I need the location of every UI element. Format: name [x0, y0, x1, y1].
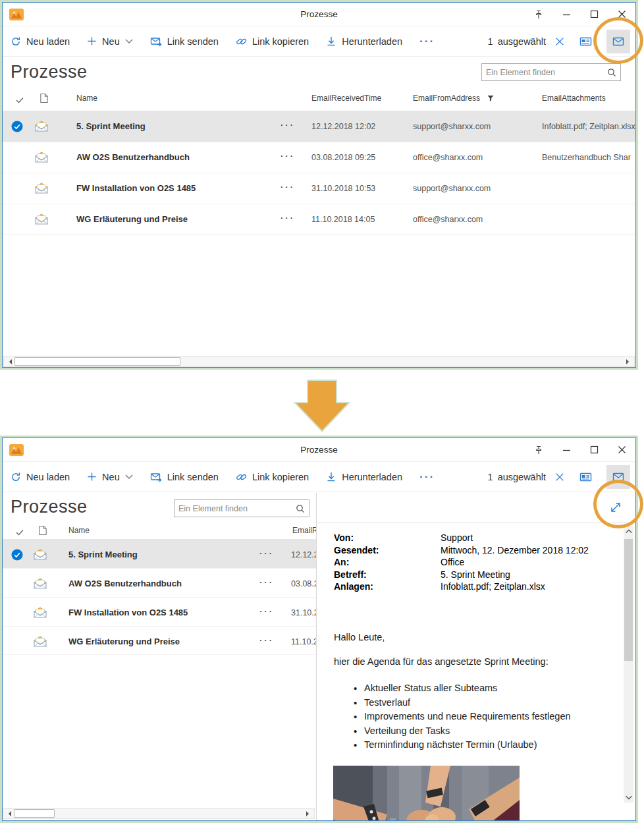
new-button[interactable]: Neu	[87, 36, 133, 47]
table-row[interactable]: 5. Sprint Meeting ··· 12.12.2018 12:02 s…	[3, 111, 635, 142]
minimize-icon	[562, 10, 571, 18]
copy-link-button[interactable]: Link kopieren	[236, 36, 309, 47]
reload-button[interactable]: Neu laden	[11, 36, 70, 47]
search-box	[174, 499, 309, 517]
search-input[interactable]	[174, 504, 296, 513]
row-more-button[interactable]: ···	[259, 635, 274, 645]
pin-icon	[533, 9, 544, 20]
details-pane-button[interactable]	[574, 30, 597, 53]
select-all-icon[interactable]	[16, 96, 24, 103]
column-received[interactable]: EmailReceivedTime	[292, 526, 317, 535]
more-commands-button[interactable]: ···	[419, 470, 435, 484]
column-received[interactable]: EmailReceivedTime	[311, 94, 381, 103]
clear-selection-button[interactable]	[555, 37, 564, 46]
clear-selection-button[interactable]	[555, 472, 564, 482]
row-more-button[interactable]: ···	[281, 120, 295, 130]
selected-check-icon[interactable]	[11, 549, 23, 561]
list-pane: Prozesse Name EmailReceivedTime 5. Sprin…	[3, 493, 317, 820]
scrollbar-thumb[interactable]	[624, 539, 633, 661]
send-link-button[interactable]: Link senden	[150, 36, 219, 47]
horizontal-scrollbar[interactable]	[3, 356, 635, 367]
send-link-button[interactable]: Link senden	[150, 472, 219, 482]
agenda-item: Testverlauf	[354, 696, 571, 710]
mail-preview-button[interactable]	[606, 30, 630, 53]
reload-button[interactable]: Neu laden	[11, 472, 70, 482]
close-button[interactable]	[608, 3, 635, 26]
vertical-scrollbar[interactable]	[624, 526, 633, 803]
maximize-button[interactable]	[580, 3, 608, 26]
more-commands-button[interactable]: ···	[419, 35, 435, 48]
titlebar: Prozesse	[3, 438, 635, 462]
table-row[interactable]: FW Installation von O2S 1485 ··· 31.10.2…	[3, 173, 635, 204]
row-from: support@sharxx.com	[413, 184, 518, 193]
row-name[interactable]: AW O2S Benutzerhandbuch	[68, 579, 182, 588]
download-button[interactable]: Herunterladen	[326, 36, 402, 47]
send-mail-icon	[150, 472, 162, 482]
pin-button[interactable]	[525, 439, 552, 461]
maximize-icon	[590, 10, 599, 18]
plus-icon	[87, 472, 97, 482]
row-name[interactable]: FW Installation von O2S 1485	[68, 608, 188, 617]
close-button[interactable]	[608, 439, 635, 461]
row-received: 03.08.2018 09:25	[311, 153, 404, 162]
row-more-button[interactable]: ···	[259, 548, 274, 558]
mail-preview-button[interactable]	[606, 465, 630, 489]
horizontal-scrollbar[interactable]	[3, 808, 315, 819]
row-more-button[interactable]: ···	[281, 151, 295, 161]
row-name[interactable]: 5. Sprint Meeting	[76, 121, 146, 131]
search-icon[interactable]	[607, 68, 616, 77]
row-name[interactable]: FW Installation von O2S 1485	[76, 183, 196, 193]
details-pane-button[interactable]	[574, 465, 597, 489]
row-more-button[interactable]: ···	[281, 182, 295, 192]
select-all-icon[interactable]	[16, 528, 24, 536]
doctype-column-icon[interactable]	[38, 525, 47, 536]
scrollbar-thumb[interactable]	[14, 809, 55, 818]
row-from: office@sharxx.com	[413, 215, 518, 224]
clear-x-icon	[555, 37, 564, 46]
row-name[interactable]: WG Erläuterung und Preise	[68, 637, 180, 646]
column-attachments[interactable]: EmailAttachments	[542, 94, 606, 103]
row-more-button[interactable]: ···	[259, 606, 274, 616]
scroll-down-button[interactable]	[624, 792, 633, 803]
mail-agenda-list: Aktueller Status aller Subteams Testverl…	[354, 681, 571, 752]
page: Prozesse Neu laden Neu Link senden Link …	[0, 0, 644, 823]
doctype-column-icon[interactable]	[40, 93, 49, 103]
table-row[interactable]: AW O2S Benutzerhandbuch ··· 03.08.2018 0…	[3, 568, 316, 597]
row-more-button[interactable]: ···	[259, 577, 274, 587]
download-button[interactable]: Herunterladen	[326, 472, 402, 482]
pin-button[interactable]	[525, 3, 552, 26]
column-name[interactable]: Name	[76, 94, 97, 103]
copy-link-button[interactable]: Link kopieren	[236, 472, 309, 482]
open-envelope-icon	[33, 548, 47, 560]
column-from[interactable]: EmailFromAddress	[413, 94, 480, 103]
column-headers: Name EmailReceivedTime	[3, 523, 316, 540]
scrollbar-thumb[interactable]	[14, 357, 180, 366]
search-icon[interactable]	[296, 504, 305, 513]
table-row[interactable]: FW Installation von O2S 1485 ··· 31.10.2…	[3, 597, 316, 626]
scroll-left-button[interactable]	[3, 809, 14, 818]
selection-count: 1ausgewählt	[488, 472, 546, 482]
scroll-left-button[interactable]	[4, 356, 14, 366]
row-name[interactable]: WG Erläuterung und Preise	[76, 214, 188, 224]
column-name[interactable]: Name	[68, 526, 90, 535]
row-name[interactable]: AW O2S Benutzerhandbuch	[76, 152, 190, 162]
table-row[interactable]: AW O2S Benutzerhandbuch ··· 03.08.2018 0…	[3, 142, 635, 173]
selected-check-icon[interactable]	[11, 121, 23, 132]
scroll-up-button[interactable]	[624, 526, 633, 536]
expand-preview-button[interactable]	[608, 499, 624, 515]
table-row[interactable]: 5. Sprint Meeting ··· 12.12.2018 12:02	[3, 539, 316, 568]
table-row[interactable]: WG Erläuterung und Preise ··· 11.10.2018…	[3, 626, 316, 655]
open-envelope-icon	[34, 182, 49, 194]
plus-icon	[87, 36, 97, 46]
row-attachments: Benutzerhandbuch Shar	[542, 153, 635, 162]
minimize-button[interactable]	[552, 439, 580, 461]
maximize-button[interactable]	[580, 439, 608, 461]
scroll-right-button[interactable]	[304, 809, 314, 818]
scroll-right-button[interactable]	[624, 356, 634, 366]
search-input[interactable]	[482, 68, 607, 77]
minimize-button[interactable]	[552, 3, 580, 26]
row-more-button[interactable]: ···	[281, 213, 295, 223]
table-row[interactable]: WG Erläuterung und Preise ··· 11.10.2018…	[3, 204, 635, 235]
new-button[interactable]: Neu	[87, 472, 133, 482]
row-name[interactable]: 5. Sprint Meeting	[68, 550, 138, 559]
